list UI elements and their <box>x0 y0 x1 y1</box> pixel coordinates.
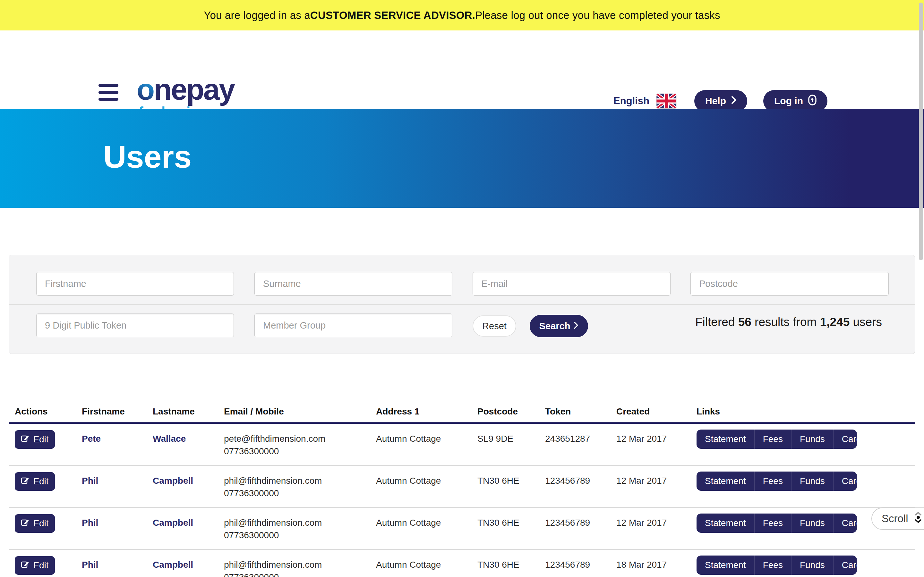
filter-results-summary: Filtered 56 results from 1,245 users <box>695 316 882 329</box>
row-links-group: Statement Fees Funds Cards <box>696 514 857 533</box>
cell-postcode: TN30 6HE <box>477 466 545 507</box>
cell-firstname: Phil <box>82 466 153 507</box>
cell-firstname: Phil <box>82 508 153 549</box>
help-button[interactable]: Help <box>694 90 747 112</box>
edit-button[interactable]: Edit <box>15 430 55 449</box>
postcode-input[interactable] <box>690 272 889 295</box>
language-selector[interactable]: English <box>614 95 649 107</box>
funds-link[interactable]: Funds <box>791 556 833 575</box>
results-total: 1,245 <box>820 316 850 329</box>
funds-link[interactable]: Funds <box>791 514 833 533</box>
cell-created: 12 Mar 2017 <box>616 466 696 507</box>
col-header-actions: Actions <box>15 404 82 419</box>
user-search-panel: Reset Search Filtered 56 results from 1,… <box>9 255 915 354</box>
fees-link[interactable]: Fees <box>754 556 791 575</box>
public-token-input[interactable] <box>36 314 234 337</box>
cell-token: 243651287 <box>545 424 616 465</box>
fees-link[interactable]: Fees <box>754 430 791 449</box>
login-button-label: Log in <box>774 95 803 106</box>
logo-letter-o: o <box>137 73 153 106</box>
col-header-firstname: Firstname <box>82 404 153 419</box>
scroll-updown-icon <box>913 511 923 526</box>
row-links-group: Statement Fees Funds Cards <box>696 430 857 449</box>
statement-link[interactable]: Statement <box>696 472 754 491</box>
cell-created: 18 Mar 2017 <box>616 550 696 577</box>
cards-link[interactable]: Cards <box>833 514 857 533</box>
role-banner: You are logged in as a CUSTOMER SERVICE … <box>0 0 924 31</box>
panel-divider <box>9 304 915 305</box>
row-links-group: Statement Fees Funds Cards <box>696 556 857 575</box>
vertical-scrollbar[interactable] <box>919 3 923 260</box>
col-header-lastname: Lastname <box>153 404 224 419</box>
edit-button[interactable]: Edit <box>15 556 55 575</box>
statement-link[interactable]: Statement <box>696 556 754 575</box>
cards-link[interactable]: Cards <box>833 556 857 575</box>
edit-button[interactable]: Edit <box>15 514 55 533</box>
cell-email-mobile: phil@fifthdimension.com07736300000 <box>224 466 376 507</box>
cards-link[interactable]: Cards <box>833 472 857 491</box>
surname-input[interactable] <box>254 272 452 295</box>
cell-created: 12 Mar 2017 <box>616 508 696 549</box>
uk-flag-icon[interactable] <box>656 93 676 108</box>
cell-firstname: Phil <box>82 550 153 577</box>
col-header-created: Created <box>616 404 696 419</box>
help-button-label: Help <box>705 95 726 106</box>
fees-link[interactable]: Fees <box>754 514 791 533</box>
menu-icon[interactable] <box>99 84 118 101</box>
cell-address1: Autumn Cottage <box>376 424 477 465</box>
cell-token: 123456789 <box>545 508 616 549</box>
search-button[interactable]: Search <box>530 315 588 337</box>
scroll-button[interactable]: Scroll <box>871 508 924 530</box>
row-links-group: Statement Fees Funds Cards <box>696 472 857 491</box>
users-table: Actions Firstname Lastname Email / Mobil… <box>9 404 915 577</box>
cell-lastname: Campbell <box>153 508 224 549</box>
cell-firstname: Pete <box>82 424 153 465</box>
funds-link[interactable]: Funds <box>791 430 833 449</box>
results-count: 56 <box>738 316 751 329</box>
firstname-input[interactable] <box>36 272 234 295</box>
login-button[interactable]: Log in <box>763 90 827 112</box>
table-row: Edit Phil Campbell phil@fifthdimension.c… <box>9 466 915 508</box>
cell-address1: Autumn Cottage <box>376 466 477 507</box>
cell-token: 123456789 <box>545 550 616 577</box>
col-header-email: Email / Mobile <box>224 404 376 419</box>
edit-icon <box>21 476 29 487</box>
page-hero: Users <box>0 109 924 208</box>
chevron-right-icon <box>574 321 578 332</box>
banner-role: CUSTOMER SERVICE ADVISOR. <box>310 9 475 21</box>
col-header-token: Token <box>545 404 616 419</box>
cell-lastname: Campbell <box>153 550 224 577</box>
statement-link[interactable]: Statement <box>696 514 754 533</box>
cards-link[interactable]: Cards <box>833 430 857 449</box>
edit-icon <box>21 518 29 529</box>
edit-icon <box>21 434 29 445</box>
cell-email-mobile: pete@fifthdimension.com07736300000 <box>224 424 376 465</box>
cell-created: 12 Mar 2017 <box>616 424 696 465</box>
cell-token: 123456789 <box>545 466 616 507</box>
banner-text-prefix: You are logged in as a <box>204 9 310 21</box>
cell-lastname: Campbell <box>153 466 224 507</box>
table-header-row: Actions Firstname Lastname Email / Mobil… <box>9 404 915 419</box>
cell-email-mobile: phil@fifthdimension.com07736300000 <box>224 550 376 577</box>
cell-postcode: SL9 9DE <box>477 424 545 465</box>
statement-link[interactable]: Statement <box>696 430 754 449</box>
banner-text-suffix: Please log out once you have completed y… <box>475 9 720 21</box>
chevron-right-icon <box>731 95 736 106</box>
col-header-address1: Address 1 <box>376 404 477 419</box>
col-header-links: Links <box>696 404 915 419</box>
header-actions: English Help Log in <box>614 90 827 112</box>
cell-lastname: Wallace <box>153 424 224 465</box>
fees-link[interactable]: Fees <box>754 472 791 491</box>
edit-button[interactable]: Edit <box>15 472 55 491</box>
edit-icon <box>21 560 29 571</box>
top-navigation-bar: onepay for business English Help <box>0 31 924 109</box>
table-row: Edit Phil Campbell phil@fifthdimension.c… <box>9 508 915 550</box>
padlock-icon <box>808 95 817 108</box>
email-input[interactable] <box>473 272 670 295</box>
cell-address1: Autumn Cottage <box>376 550 477 577</box>
member-group-input[interactable] <box>254 314 452 337</box>
search-button-label: Search <box>540 321 570 332</box>
page: You are logged in as a CUSTOMER SERVICE … <box>0 0 924 577</box>
funds-link[interactable]: Funds <box>791 472 833 491</box>
reset-button[interactable]: Reset <box>473 316 516 337</box>
